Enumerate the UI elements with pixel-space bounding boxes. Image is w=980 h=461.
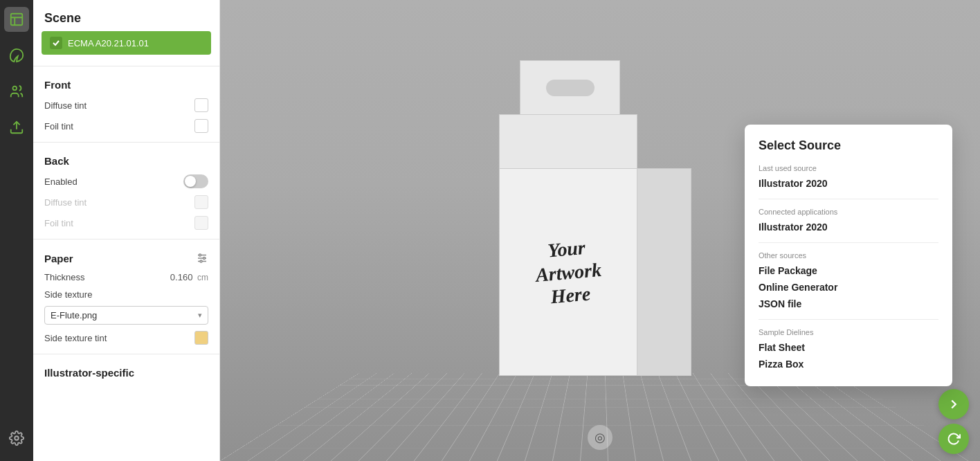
back-foil-tint-checkbox[interactable]: [194, 216, 208, 230]
divider-4: [33, 354, 219, 354]
scene-item-label: ECMA A20.21.01.01: [68, 38, 149, 48]
popup-divider-1: [759, 199, 938, 199]
svg-point-3: [15, 436, 19, 440]
chevron-down-icon: ▾: [198, 311, 202, 320]
front-section-title: Front: [33, 72, 219, 95]
side-texture-dropdown[interactable]: E-Flute.png ▾: [44, 306, 208, 325]
popup-title: Select Source: [759, 138, 938, 153]
sample-item-pizza-box[interactable]: Pizza Box: [759, 356, 938, 372]
icon-leaf[interactable]: [4, 43, 29, 68]
box-top-flap: [520, 60, 620, 116]
back-foil-tint-label: Foil tint: [44, 218, 73, 228]
divider-2: [33, 142, 219, 143]
svg-rect-0: [11, 14, 23, 26]
side-panel: Scene ECMA A20.21.01.01 Front Diffuse ti…: [33, 0, 220, 461]
popup-divider-3: [759, 319, 938, 320]
connected-label: Connected applications: [759, 208, 938, 216]
sample-label: Sample Dielines: [759, 328, 938, 336]
side-texture-dropdown-row: E-Flute.png ▾: [33, 303, 219, 327]
front-diffuse-tint-row: Diffuse tint: [33, 95, 219, 116]
thickness-label: Thickness: [44, 272, 85, 282]
icon-box[interactable]: [4, 7, 29, 32]
panel-title: Scene: [33, 0, 219, 31]
paper-section-title: Paper: [33, 245, 219, 269]
go-button[interactable]: [938, 389, 969, 419]
icon-users[interactable]: [4, 79, 29, 104]
sample-item-flat-sheet[interactable]: Flat Sheet: [759, 339, 938, 356]
connected-value[interactable]: Illustrator 2020: [759, 219, 938, 235]
thickness-row: Thickness 0.160 cm: [33, 269, 219, 286]
back-section-title: Back: [33, 148, 219, 171]
other-item-file-package[interactable]: File Package: [759, 262, 938, 279]
front-foil-tint-row: Foil tint: [33, 116, 219, 136]
back-foil-tint-row: Foil tint: [33, 213, 219, 233]
paper-settings-icon[interactable]: [196, 252, 208, 264]
icon-upload[interactable]: [4, 115, 29, 140]
toggle-knob: [185, 176, 196, 187]
side-texture-tint-row: Side texture tint: [33, 327, 219, 348]
back-diffuse-tint-row: Diffuse tint: [33, 192, 219, 213]
scene-check-icon: [50, 37, 62, 49]
icon-bar: [0, 0, 33, 461]
front-diffuse-tint-label: Diffuse tint: [44, 100, 87, 111]
side-texture-tint-checkbox[interactable]: [194, 331, 208, 345]
side-texture-label-row: Side texture: [33, 286, 219, 303]
divider-1: [33, 66, 219, 66]
select-source-popup: Select Source Last used source Illustrat…: [745, 125, 952, 386]
front-foil-tint-label: Foil tint: [44, 121, 73, 132]
side-texture-value: E-Flute.png: [51, 310, 97, 320]
thickness-value: 0.160 cm: [170, 272, 208, 282]
last-used-value[interactable]: Illustrator 2020: [759, 175, 938, 192]
viewport-bottom-icons: ◎: [588, 425, 612, 450]
svg-point-9: [200, 260, 202, 262]
popup-divider-2: [759, 242, 938, 243]
last-used-label: Last used source: [759, 164, 938, 172]
target-icon[interactable]: ◎: [588, 425, 612, 450]
box-artwork: Your Artwork Here: [532, 235, 604, 310]
back-enabled-row: Enabled: [33, 171, 219, 192]
back-enabled-toggle[interactable]: [183, 174, 208, 188]
viewport: Your Artwork Here ◎ Select Source Last u…: [220, 0, 980, 461]
back-diffuse-tint-label: Diffuse tint: [44, 197, 87, 208]
icon-settings[interactable]: [4, 429, 29, 454]
front-diffuse-tint-checkbox[interactable]: [194, 98, 208, 112]
box-face-front: Your Artwork Here: [499, 168, 637, 376]
other-label: Other sources: [759, 251, 938, 260]
other-item-online-generator[interactable]: Online Generator: [759, 279, 938, 296]
side-texture-label: Side texture: [44, 289, 92, 300]
box-face-top: [499, 114, 637, 170]
refresh-button[interactable]: [938, 424, 969, 454]
front-foil-tint-checkbox[interactable]: [194, 119, 208, 133]
svg-point-1: [13, 87, 17, 91]
divider-3: [33, 239, 219, 239]
other-item-json-file[interactable]: JSON file: [759, 296, 938, 312]
hanger-hole: [546, 80, 595, 96]
thickness-unit: cm: [197, 273, 208, 282]
box-3d: Your Artwork Here: [478, 85, 700, 376]
box-face-side: [636, 168, 691, 376]
scene-item[interactable]: ECMA A20.21.01.01: [42, 31, 211, 55]
svg-point-7: [199, 254, 201, 256]
illustrator-section-title: Illustrator-specific: [33, 360, 219, 383]
back-enabled-label: Enabled: [44, 177, 78, 187]
svg-point-8: [203, 257, 206, 260]
back-diffuse-tint-checkbox[interactable]: [194, 195, 208, 209]
side-texture-tint-label: Side texture tint: [44, 333, 107, 343]
